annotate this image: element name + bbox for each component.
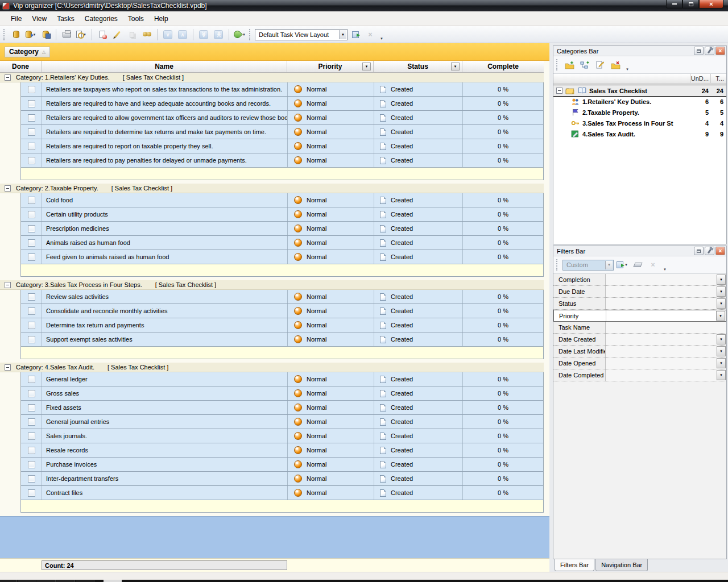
task-row[interactable]: Retailers are required to determine tax …: [21, 125, 543, 139]
toolbar-grip[interactable]: [3, 29, 6, 40]
collapse-group-icon[interactable]: [5, 185, 11, 192]
tree-column-total[interactable]: T...: [710, 74, 726, 83]
category-group-header[interactable]: Category: 3.Sales Tax Process in Four St…: [0, 280, 544, 290]
toolbar-grip[interactable]: [556, 259, 559, 271]
new-task-button[interactable]: [96, 28, 109, 41]
pin-panel-button[interactable]: [705, 47, 714, 55]
task-checkbox[interactable]: [28, 307, 35, 315]
move-down-button[interactable]: ∨: [161, 28, 175, 41]
task-row[interactable]: Contract filesNormalCreated0 %: [21, 486, 543, 500]
column-header-status[interactable]: Status ▼: [374, 61, 462, 72]
task-row[interactable]: General journal entriesNormalCreated0 %: [21, 415, 543, 429]
toolbar-grip[interactable]: [556, 59, 559, 70]
task-row[interactable]: Fixed assetsNormalCreated0 %: [21, 401, 543, 415]
close-button[interactable]: ×: [699, 0, 723, 9]
filter-value-field[interactable]: [606, 357, 716, 369]
collapse-tree-icon[interactable]: [556, 88, 562, 94]
move-to-bottom-button[interactable]: ≫: [197, 28, 210, 41]
filter-row[interactable]: Task Name: [553, 322, 726, 334]
taskbar-segment[interactable]: [37, 580, 56, 582]
task-row[interactable]: Feed given to animals raised as human fo…: [21, 250, 543, 264]
task-checkbox[interactable]: [28, 86, 35, 93]
layout-combo[interactable]: Default Task View Layout ▼: [255, 29, 348, 40]
new-subcategory-button[interactable]: [578, 58, 592, 72]
apply-filter-button[interactable]: ▼: [615, 258, 629, 272]
menu-view[interactable]: View: [27, 13, 52, 24]
delete-filter-button[interactable]: ×: [646, 258, 660, 272]
toolbar-grip[interactable]: [249, 29, 251, 40]
task-checkbox[interactable]: [28, 418, 35, 426]
task-row[interactable]: Determine tax return and paymentsNormalC…: [21, 318, 543, 332]
task-checkbox[interactable]: [28, 114, 35, 122]
filters-toolbar-overflow-button[interactable]: ▼: [663, 268, 667, 273]
tab-navigation-bar[interactable]: Navigation Bar: [595, 559, 648, 571]
task-row[interactable]: Inter-department transfersNormalCreated0…: [21, 472, 543, 486]
menu-tasks[interactable]: Tasks: [52, 13, 80, 24]
go-to-button[interactable]: ▼: [233, 28, 247, 41]
filter-value-field[interactable]: [606, 286, 716, 297]
task-row[interactable]: Support exempt sales activitiesNormalCre…: [21, 332, 543, 347]
duplicate-task-button[interactable]: [125, 28, 139, 41]
filter-value-field[interactable]: [606, 334, 716, 345]
task-row[interactable]: Retailers are required to allow governme…: [21, 111, 543, 125]
task-checkbox[interactable]: [28, 336, 35, 343]
task-row[interactable]: Retailers are required to report on taxa…: [21, 139, 543, 153]
filter-preset-combo[interactable]: Custom ▼: [562, 260, 614, 271]
filter-row[interactable]: Date Completed▼: [553, 369, 726, 381]
task-checkbox[interactable]: [28, 404, 35, 411]
task-row[interactable]: Review sales activitiesNormalCreated0 %: [21, 290, 543, 304]
category-tree-item[interactable]: 2.Taxable Property.55: [553, 107, 726, 118]
task-checkbox[interactable]: [28, 197, 35, 204]
find-tasks-button[interactable]: [140, 28, 154, 41]
column-header-name[interactable]: Name: [42, 61, 287, 72]
status-header-filter-button[interactable]: ▼: [451, 63, 460, 70]
task-checkbox[interactable]: [28, 322, 35, 329]
filter-value-field[interactable]: [606, 322, 726, 333]
tree-column-undone[interactable]: UnD...: [690, 74, 710, 83]
filter-value-field[interactable]: [606, 274, 716, 285]
task-checkbox[interactable]: [28, 128, 35, 136]
taskbar-segment[interactable]: [56, 580, 75, 582]
filter-dropdown-button[interactable]: ▼: [717, 370, 726, 380]
task-row[interactable]: Retailers are required to have and keep …: [21, 97, 543, 111]
close-panel-button[interactable]: ×: [715, 247, 725, 255]
print-button[interactable]: [60, 28, 73, 41]
column-header-priority[interactable]: Priority ▼: [287, 61, 374, 72]
taskbar-segment[interactable]: [18, 580, 36, 582]
new-category-button[interactable]: [562, 58, 576, 72]
task-checkbox[interactable]: [28, 489, 35, 497]
collapse-group-icon[interactable]: [5, 282, 11, 288]
filter-row[interactable]: Date Created▼: [553, 334, 726, 346]
windows-taskbar[interactable]: [0, 580, 728, 582]
combo-dropdown-icon[interactable]: ▼: [605, 261, 613, 269]
filter-row[interactable]: Completion▼: [553, 274, 726, 286]
restore-button[interactable]: [682, 0, 699, 9]
tab-filters-bar[interactable]: Filters Bar: [555, 559, 594, 571]
task-checkbox[interactable]: [28, 475, 35, 483]
combo-dropdown-icon[interactable]: ▼: [339, 30, 346, 39]
task-row[interactable]: Retailers are taxpayers who report on sa…: [21, 82, 543, 97]
category-tree-item[interactable]: Sales Tax Checklist2424: [553, 85, 726, 96]
column-header-done[interactable]: Done: [0, 61, 42, 72]
edit-category-button[interactable]: [593, 58, 607, 72]
filter-row[interactable]: Date Opened▼: [553, 357, 726, 369]
save-database-button[interactable]: [39, 28, 52, 41]
task-row[interactable]: Animals raised as human foodNormalCreate…: [21, 236, 543, 250]
filter-dropdown-button[interactable]: ▼: [717, 334, 726, 344]
filter-dropdown-button[interactable]: ▼: [716, 311, 725, 321]
category-tree-item[interactable]: 1.Retailers' Key Duties.66: [553, 96, 726, 107]
task-row[interactable]: Prescription medicinesNormalCreated0 %: [21, 222, 543, 236]
priority-header-filter-button[interactable]: ▼: [362, 63, 371, 70]
pin-panel-button[interactable]: [705, 247, 714, 255]
task-checkbox[interactable]: [28, 253, 35, 261]
apply-layout-button[interactable]: [349, 28, 362, 41]
task-row[interactable]: Sales journals.NormalCreated0 %: [21, 429, 543, 443]
undock-panel-button[interactable]: [694, 247, 704, 255]
categories-toolbar-overflow-button[interactable]: ▼: [626, 68, 629, 73]
filter-dropdown-button[interactable]: ▼: [717, 358, 726, 368]
task-checkbox[interactable]: [28, 390, 35, 397]
move-to-top-button[interactable]: ≫: [212, 28, 225, 41]
task-row[interactable]: Consolidate and reconcile monthly activi…: [21, 304, 543, 318]
undock-panel-button[interactable]: [694, 47, 704, 55]
filter-value-field[interactable]: [606, 369, 716, 381]
